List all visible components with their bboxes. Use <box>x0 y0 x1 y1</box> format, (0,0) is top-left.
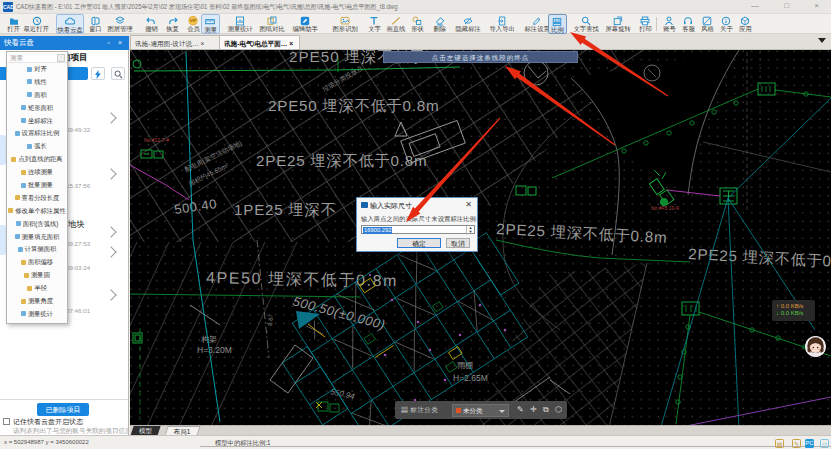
svg-text:1PE25 埋深不: 1PE25 埋深不 <box>234 201 337 218</box>
svg-text:VIP: VIP <box>190 19 196 23</box>
svg-text:2PE25 埋深不低于0.8m: 2PE25 埋深不低于0.8m <box>256 152 428 169</box>
svg-text:8.67: 8.67 <box>267 313 274 326</box>
svg-text:2PE50 埋深不低于0.8m: 2PE50 埋深不低于0.8m <box>268 97 440 114</box>
svg-text:H=3.20M: H=3.20M <box>197 345 232 355</box>
svg-text:A:B: A:B <box>554 18 560 22</box>
svg-text:No.#12-7-#: No.#12-7-# <box>144 137 169 143</box>
svg-text:构架: 构架 <box>201 335 217 344</box>
svg-text:No.#F5.10-9: No.#F5.10-9 <box>651 205 679 211</box>
